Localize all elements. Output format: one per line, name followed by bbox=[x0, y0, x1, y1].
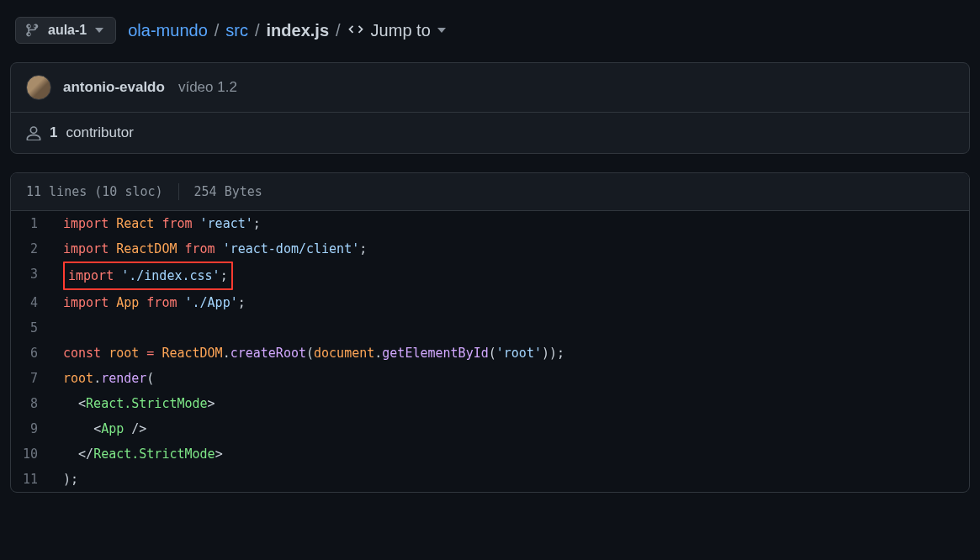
line-number[interactable]: 5 bbox=[11, 315, 53, 341]
file-lines-sloc: 11 lines (10 sloc) bbox=[26, 184, 163, 199]
line-code[interactable]: import './index.css'; bbox=[53, 262, 969, 290]
file-bytes: 254 Bytes bbox=[194, 184, 262, 199]
code-line: 8 <React.StrictMode> bbox=[11, 391, 969, 416]
line-number[interactable]: 9 bbox=[11, 416, 53, 441]
line-code[interactable]: import ReactDOM from 'react-dom/client'; bbox=[53, 236, 969, 262]
avatar[interactable] bbox=[26, 75, 51, 100]
code-line: 2import ReactDOM from 'react-dom/client'… bbox=[11, 236, 969, 262]
line-number[interactable]: 11 bbox=[11, 467, 53, 492]
breadcrumb-file: index.js bbox=[267, 21, 329, 40]
breadcrumb-row: aula-1 ola-mundo / src / index.js / Jump… bbox=[0, 0, 980, 62]
divider bbox=[178, 183, 179, 200]
caret-down-icon bbox=[95, 28, 103, 33]
line-number[interactable]: 4 bbox=[11, 290, 53, 315]
commit-author[interactable]: antonio-evaldo bbox=[63, 79, 165, 96]
line-code[interactable]: root.render( bbox=[53, 366, 969, 391]
file-header: 11 lines (10 sloc) 254 Bytes bbox=[11, 173, 969, 211]
contributors-count: 1 bbox=[50, 124, 57, 141]
line-code[interactable]: <App /> bbox=[53, 416, 969, 441]
line-number[interactable]: 1 bbox=[11, 211, 53, 236]
jump-to-button[interactable]: Jump to bbox=[347, 21, 446, 40]
branch-name: aula-1 bbox=[48, 23, 87, 38]
line-number[interactable]: 3 bbox=[11, 262, 53, 290]
line-code[interactable]: </React.StrictMode> bbox=[53, 441, 969, 467]
caret-down-icon bbox=[437, 28, 446, 33]
code-line: 6const root = ReactDOM.createRoot(docume… bbox=[11, 341, 969, 366]
code-icon bbox=[347, 22, 364, 39]
breadcrumb-sep: / bbox=[334, 21, 342, 40]
line-number[interactable]: 10 bbox=[11, 441, 53, 467]
code-table: 1import React from 'react';2import React… bbox=[11, 211, 969, 492]
breadcrumb-folder[interactable]: src bbox=[225, 21, 248, 40]
code-line: 4import App from './App'; bbox=[11, 290, 969, 315]
contributors-label: contributor bbox=[66, 124, 133, 141]
contributors-row[interactable]: 1 contributor bbox=[11, 112, 969, 153]
line-code[interactable] bbox=[53, 315, 969, 341]
code-line: 10 </React.StrictMode> bbox=[11, 441, 969, 467]
line-code[interactable]: ); bbox=[53, 467, 969, 492]
code-line: 9 <App /> bbox=[11, 416, 969, 441]
code-line: 3import './index.css'; bbox=[11, 262, 969, 290]
breadcrumb: ola-mundo / src / index.js / Jump to bbox=[128, 21, 446, 40]
git-branch-icon bbox=[26, 24, 40, 37]
breadcrumb-sep: / bbox=[213, 21, 221, 40]
breadcrumb-sep: / bbox=[253, 21, 262, 40]
code-line: 7root.render( bbox=[11, 366, 969, 391]
code-line: 11); bbox=[11, 467, 969, 492]
line-code[interactable]: <React.StrictMode> bbox=[53, 391, 969, 416]
line-number[interactable]: 7 bbox=[11, 366, 53, 391]
code-line: 5 bbox=[11, 315, 969, 341]
line-number[interactable]: 6 bbox=[11, 341, 53, 366]
code-line: 1import React from 'react'; bbox=[11, 211, 969, 236]
line-code[interactable]: import React from 'react'; bbox=[53, 211, 969, 236]
commit-header: antonio-evaldo vídeo 1.2 bbox=[11, 63, 969, 112]
jump-to-label: Jump to bbox=[371, 21, 431, 40]
people-icon bbox=[26, 125, 41, 140]
line-code[interactable]: const root = ReactDOM.createRoot(documen… bbox=[53, 341, 969, 366]
highlight-box: import './index.css'; bbox=[63, 262, 233, 290]
branch-selector-button[interactable]: aula-1 bbox=[15, 17, 116, 44]
breadcrumb-repo[interactable]: ola-mundo bbox=[128, 21, 208, 40]
line-number[interactable]: 2 bbox=[11, 236, 53, 262]
line-number[interactable]: 8 bbox=[11, 391, 53, 416]
commit-message[interactable]: vídeo 1.2 bbox=[178, 79, 237, 96]
line-code[interactable]: import App from './App'; bbox=[53, 290, 969, 315]
file-box: 11 lines (10 sloc) 254 Bytes 1import Rea… bbox=[10, 172, 970, 493]
commit-box: antonio-evaldo vídeo 1.2 1 contributor bbox=[10, 62, 970, 154]
